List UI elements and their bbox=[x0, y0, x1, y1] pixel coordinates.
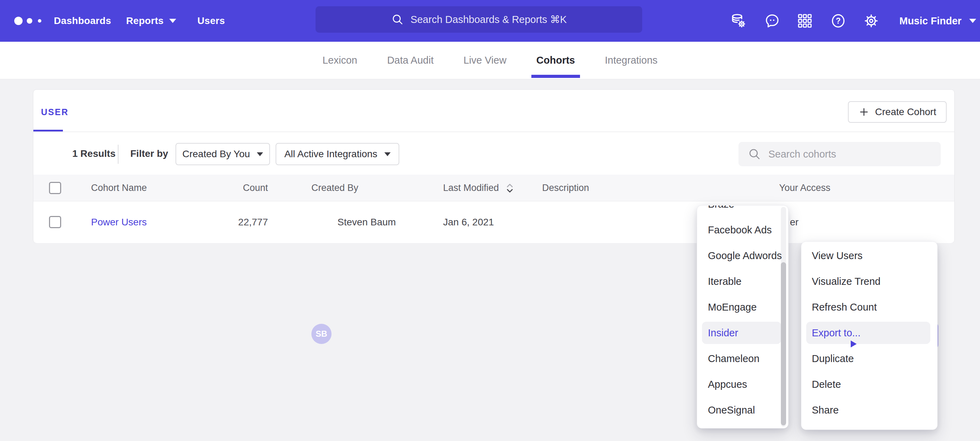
feedback-icon[interactable] bbox=[764, 13, 780, 29]
submenu-arrow-icon bbox=[851, 340, 857, 347]
cohorts-panel: USER Create Cohort 1 Results Filter by C… bbox=[33, 89, 955, 243]
search-cohorts-input[interactable]: Search cohorts bbox=[738, 142, 941, 166]
plus-icon bbox=[858, 106, 870, 118]
menu-item-chameleon[interactable]: Chameleon bbox=[697, 346, 788, 371]
app-window: Dashboards Reports Users Search Dashboar… bbox=[0, 0, 980, 441]
global-search-placeholder: Search Dashboards & Reports ⌘K bbox=[410, 14, 567, 26]
column-header-last-modified[interactable]: Last Modified bbox=[443, 174, 499, 201]
search-cohorts-placeholder: Search cohorts bbox=[768, 149, 836, 160]
chevron-down-icon bbox=[257, 152, 263, 156]
column-header-created-by[interactable]: Created By bbox=[311, 174, 358, 201]
tab-label: Cohorts bbox=[536, 54, 575, 66]
menu-item-label: Share bbox=[812, 404, 838, 416]
menu-item-view-users[interactable]: View Users bbox=[801, 243, 937, 268]
data-management-icon[interactable] bbox=[730, 13, 746, 29]
menu-item-braze[interactable]: Braze bbox=[697, 205, 788, 217]
tab-label: Lexicon bbox=[323, 54, 357, 66]
nav-item-dashboards[interactable]: Dashboards bbox=[54, 0, 111, 42]
global-search-input[interactable]: Search Dashboards & Reports ⌘K bbox=[315, 6, 642, 33]
created-by-name: Steven Baum bbox=[337, 201, 396, 243]
menu-item-label: View Users bbox=[812, 250, 862, 262]
menu-item-moengage[interactable]: MoEngage bbox=[697, 294, 788, 320]
divider bbox=[118, 145, 118, 164]
filter-by-label: Filter by bbox=[130, 148, 168, 159]
create-cohort-label: Create Cohort bbox=[875, 106, 936, 118]
menu-item-refresh-count[interactable]: Refresh Count bbox=[801, 294, 937, 320]
cohort-type-tab-user[interactable]: USER bbox=[41, 107, 68, 118]
results-count: 1 Results bbox=[72, 148, 116, 159]
menu-item-label: Appcues bbox=[708, 379, 747, 390]
sort-icon[interactable] bbox=[505, 183, 515, 193]
secondary-tabs: Lexicon Data Audit Live View Cohorts Int… bbox=[0, 42, 980, 79]
menu-item-iterable[interactable]: Iterable bbox=[697, 268, 788, 294]
table-header: Cohort Name Count Created By Last Modifi… bbox=[33, 174, 954, 201]
filter-dropdown-label: All Active Integrations bbox=[284, 149, 377, 160]
menu-item-google-adwords[interactable]: Google Adwords bbox=[697, 243, 788, 268]
menu-item-label: Delete bbox=[812, 379, 841, 390]
nav-item-users[interactable]: Users bbox=[197, 0, 225, 42]
menu-item-facebook-ads[interactable]: Facebook Ads bbox=[697, 217, 788, 243]
help-icon[interactable]: ? bbox=[830, 13, 846, 29]
menu-item-label: OneSignal bbox=[708, 404, 755, 416]
chevron-down-icon bbox=[969, 19, 976, 23]
active-tab-underline bbox=[531, 75, 580, 78]
row-checkbox[interactable] bbox=[49, 216, 61, 228]
nav-item-label: Reports bbox=[126, 15, 164, 26]
filter-created-by-dropdown[interactable]: Created By You bbox=[175, 143, 270, 165]
column-header-your-access[interactable]: Your Access bbox=[779, 174, 830, 201]
cohort-name-link[interactable]: Power Users bbox=[91, 201, 146, 243]
scrollbar-thumb[interactable] bbox=[781, 262, 786, 425]
menu-item-label: MoEngage bbox=[708, 302, 757, 313]
chevron-down-icon bbox=[384, 152, 391, 156]
mixpanel-logo-icon[interactable] bbox=[14, 16, 45, 26]
svg-text:?: ? bbox=[836, 16, 841, 26]
filter-dropdown-label: Created By You bbox=[183, 149, 250, 160]
project-switcher[interactable]: Music Finder bbox=[899, 0, 976, 42]
row-actions-menu: View Users Visualize Trend Refresh Count… bbox=[801, 241, 938, 430]
search-icon bbox=[391, 13, 404, 26]
menu-item-label: Insider bbox=[708, 327, 738, 339]
project-name: Music Finder bbox=[899, 15, 962, 27]
menu-item-label: Export to... bbox=[812, 327, 861, 339]
column-header-count[interactable]: Count bbox=[221, 174, 268, 201]
menu-item-share[interactable]: Share bbox=[801, 397, 937, 423]
menu-item-delete[interactable]: Delete bbox=[801, 371, 937, 397]
select-all-checkbox[interactable] bbox=[49, 182, 61, 194]
table-row: Power Users 22,777 SB Steven Baum Jan 6,… bbox=[33, 201, 954, 243]
menu-item-label: Iterable bbox=[708, 276, 741, 287]
menu-item-onesignal[interactable]: OneSignal bbox=[697, 397, 788, 423]
tab-cohorts[interactable]: Cohorts bbox=[536, 42, 575, 79]
menu-item-duplicate[interactable]: Duplicate bbox=[801, 346, 937, 371]
menu-item-label: Braze bbox=[708, 205, 734, 210]
menu-item-label: Refresh Count bbox=[812, 302, 877, 313]
last-modified-date: Jan 6, 2021 bbox=[443, 201, 494, 243]
menu-item-label: Duplicate bbox=[812, 353, 854, 364]
filter-integrations-dropdown[interactable]: All Active Integrations bbox=[275, 143, 399, 165]
menu-item-export-to[interactable]: Export to... bbox=[801, 320, 937, 346]
settings-gear-icon[interactable] bbox=[863, 13, 879, 29]
tab-integrations[interactable]: Integrations bbox=[605, 42, 658, 79]
tab-lexicon[interactable]: Lexicon bbox=[323, 42, 357, 79]
menu-item-insider[interactable]: Insider bbox=[697, 320, 788, 346]
avatar: SB bbox=[311, 324, 331, 344]
nav-item-label: Dashboards bbox=[54, 15, 111, 26]
column-header-description[interactable]: Description bbox=[542, 174, 589, 201]
divider bbox=[33, 131, 954, 132]
tab-label: Integrations bbox=[605, 54, 658, 66]
column-header-cohort-name[interactable]: Cohort Name bbox=[91, 174, 147, 201]
menu-item-label: Visualize Trend bbox=[812, 276, 881, 287]
export-menu-list: Braze Facebook Ads Google Adwords Iterab… bbox=[697, 205, 788, 423]
tab-live-view[interactable]: Live View bbox=[464, 42, 507, 79]
menu-item-visualize-trend[interactable]: Visualize Trend bbox=[801, 268, 937, 294]
nav-item-reports[interactable]: Reports bbox=[126, 0, 176, 42]
menu-item-label: Chameleon bbox=[708, 353, 759, 364]
apps-grid-icon[interactable] bbox=[797, 13, 813, 29]
tab-data-audit[interactable]: Data Audit bbox=[387, 42, 434, 79]
tab-label: Data Audit bbox=[387, 54, 434, 66]
create-cohort-button[interactable]: Create Cohort bbox=[848, 101, 947, 123]
nav-item-label: Users bbox=[197, 15, 225, 26]
menu-item-appcues[interactable]: Appcues bbox=[697, 371, 788, 397]
menu-item-label: Google Adwords bbox=[708, 250, 782, 262]
menu-item-label: Facebook Ads bbox=[708, 224, 772, 236]
access-value-partial: er bbox=[790, 201, 799, 243]
